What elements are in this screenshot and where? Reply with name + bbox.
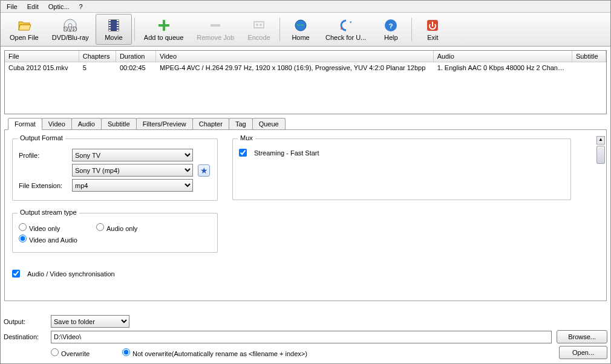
disc-icon: DVD — [63, 18, 77, 33]
menu-file[interactable]: File — [2, 2, 22, 11]
output-select[interactable]: Save to folder — [51, 315, 129, 328]
help-button[interactable]: ? Help — [373, 14, 409, 45]
scrollbar[interactable]: ▲ — [594, 136, 605, 294]
movie-button[interactable]: Movie — [96, 14, 132, 45]
menu-help[interactable]: ? — [74, 2, 88, 11]
profile-select[interactable]: Sony TV — [72, 149, 193, 161]
radio-video-only[interactable]: Video only — [19, 223, 91, 232]
mux-streaming-checkbox[interactable]: Streaming - Fast Start — [239, 149, 564, 157]
svg-rect-6 — [109, 21, 111, 22]
dvd-button[interactable]: DVD DVD/Blu-ray — [45, 14, 96, 45]
radio-video-only-label: Video only — [29, 225, 60, 232]
minus-icon — [208, 18, 223, 33]
radio-not-overwrite[interactable]: Not overwrite(Automatically rename as <f… — [122, 348, 554, 357]
open-file-label: Open File — [10, 34, 39, 41]
file-table[interactable]: File Chapters Duration Video Audio Subti… — [4, 50, 607, 114]
open-file-button[interactable]: Open File — [3, 14, 45, 45]
remove-job-button[interactable]: Remove Job — [190, 14, 241, 45]
check-update-button[interactable]: Check for U... — [319, 14, 373, 45]
tab-audio[interactable]: Audio — [71, 118, 102, 129]
col-file[interactable]: File — [5, 51, 79, 62]
col-video[interactable]: Video — [156, 51, 434, 62]
menu-edit[interactable]: Edit — [22, 2, 44, 11]
radio-overwrite[interactable]: Overwrite — [51, 348, 117, 357]
scroll-up-icon[interactable]: ▲ — [596, 136, 605, 145]
toolbar-separator — [279, 18, 280, 41]
encode-label: Encode — [247, 34, 270, 41]
svg-rect-9 — [109, 28, 111, 30]
exit-button[interactable]: Exit — [414, 14, 451, 45]
remove-job-label: Remove Job — [197, 34, 234, 41]
home-button[interactable]: Home — [283, 14, 319, 45]
mux-streaming-label: Streaming - Fast Start — [254, 149, 319, 157]
tab-video[interactable]: Video — [42, 118, 72, 129]
mux-streaming-input[interactable] — [239, 149, 247, 157]
svg-rect-24 — [432, 22, 433, 27]
container-select[interactable]: Sony TV (mp4) — [72, 164, 193, 177]
plus-icon — [157, 18, 171, 33]
refresh-icon — [339, 18, 353, 33]
browse-button[interactable]: Browse... — [557, 330, 607, 343]
favorite-button[interactable]: ★ — [198, 164, 210, 177]
svg-rect-8 — [109, 26, 111, 27]
destination-input[interactable] — [51, 331, 552, 343]
folder-open-icon — [17, 18, 31, 33]
file-ext-label: File Extension: — [19, 182, 67, 189]
cell-file: Cuba 2012 015.mkv — [5, 62, 79, 74]
destination-label: Destination: — [4, 333, 46, 340]
help-icon: ? — [384, 18, 398, 33]
tab-tag[interactable]: Tag — [229, 118, 253, 129]
cell-video: MPEG-4 AVC / H.264 29.97 Hz, 1920 x 1080… — [156, 62, 434, 74]
svg-rect-16 — [211, 24, 220, 27]
tab-subtitle[interactable]: Subtitle — [101, 118, 137, 129]
table-row[interactable]: Cuba 2012 015.mkv 5 00:02:45 MPEG-4 AVC … — [5, 62, 606, 74]
profile-label: Profile: — [19, 152, 67, 159]
tabs-container: Format Video Audio Subtitle Filters/Prev… — [4, 118, 607, 301]
encode-button[interactable]: Encode — [241, 14, 277, 45]
toolbar-separator — [411, 18, 412, 41]
col-subtitle[interactable]: Subtitle — [572, 51, 606, 62]
group-output-format: Output Format Profile: Sony TV Sony TV (… — [12, 138, 218, 201]
group-title: Output stream type — [18, 209, 79, 216]
menu-options[interactable]: Optic... — [44, 2, 74, 11]
radio-audio-only-label: Audio only — [106, 225, 137, 232]
help-label: Help — [384, 34, 398, 41]
add-queue-button[interactable]: Add to queue — [137, 14, 190, 45]
col-chapters[interactable]: Chapters — [79, 51, 116, 62]
open-button[interactable]: Open... — [559, 346, 607, 359]
svg-text:?: ? — [389, 22, 393, 30]
cell-duration: 00:02:45 — [116, 62, 155, 74]
av-sync-input[interactable] — [12, 270, 20, 278]
tab-queue[interactable]: Queue — [252, 118, 286, 129]
toolbar-separator — [134, 18, 135, 41]
av-sync-checkbox[interactable]: Audio / Video synchronisation — [12, 270, 599, 278]
group-stream-type: Output stream type Video only Audio only… — [12, 213, 218, 253]
star-icon: ★ — [200, 166, 208, 175]
scroll-thumb[interactable] — [596, 146, 605, 164]
movie-label: Movie — [105, 34, 122, 41]
group-mux: Mux Streaming - Fast Start — [232, 138, 571, 200]
col-audio[interactable]: Audio — [433, 51, 572, 62]
svg-rect-10 — [117, 21, 119, 22]
av-sync-label: Audio / Video synchronisation — [27, 270, 115, 278]
svg-rect-13 — [117, 28, 119, 30]
svg-rect-11 — [117, 24, 119, 25]
dvd-label: DVD/Blu-ray — [52, 34, 89, 41]
radio-overwrite-label: Overwrite — [61, 350, 90, 357]
group-title: Mux — [238, 134, 255, 141]
col-duration[interactable]: Duration — [116, 51, 155, 62]
tab-chapter[interactable]: Chapter — [192, 118, 229, 129]
check-update-label: Check for U... — [325, 34, 366, 41]
tab-filters[interactable]: Filters/Preview — [136, 118, 193, 129]
exit-label: Exit — [427, 34, 438, 41]
svg-point-19 — [260, 24, 262, 26]
radio-audio-only[interactable]: Audio only — [96, 223, 137, 232]
tab-body-format: Output Format Profile: Sony TV Sony TV (… — [4, 129, 607, 301]
svg-rect-17 — [254, 22, 264, 28]
exit-icon — [425, 18, 440, 33]
file-ext-select[interactable]: mp4 — [72, 179, 193, 192]
menubar: File Edit Optic... ? — [1, 1, 610, 13]
tab-format[interactable]: Format — [8, 118, 42, 130]
radio-video-audio[interactable]: Video and Audio — [19, 235, 77, 244]
svg-point-20 — [295, 20, 306, 31]
